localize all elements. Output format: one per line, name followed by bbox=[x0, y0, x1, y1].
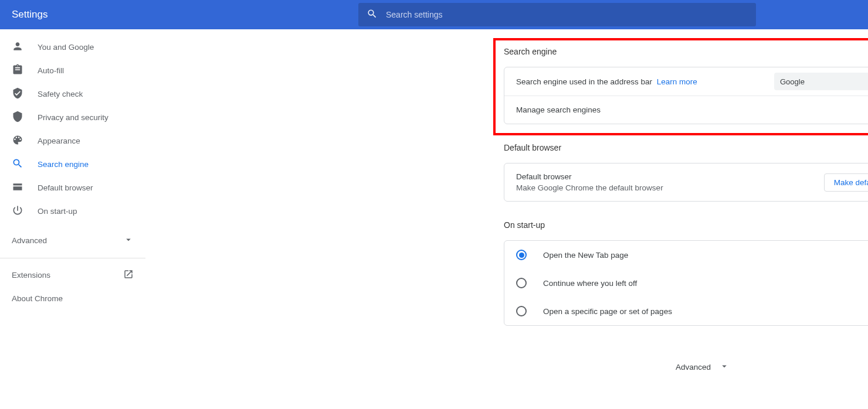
search-engine-card: Search engine used in the address bar Le… bbox=[504, 67, 868, 124]
divider bbox=[0, 258, 145, 258]
radio-icon[interactable] bbox=[516, 250, 527, 260]
extensions-label: Extensions bbox=[12, 271, 50, 280]
clipboard-icon bbox=[12, 64, 23, 77]
power-icon bbox=[12, 205, 23, 218]
default-browser-sublabel: Make Google Chrome the default browser bbox=[516, 183, 663, 192]
sidebar-item-search-engine[interactable]: Search engine bbox=[0, 152, 145, 176]
sidebar-item-label: Default browser bbox=[38, 183, 93, 192]
make-default-button[interactable]: Make default bbox=[824, 173, 868, 192]
advanced-footer-label: Advanced bbox=[676, 363, 711, 371]
sidebar: You and Google Auto-fill Safety check Pr… bbox=[0, 29, 145, 409]
page-title: Settings bbox=[12, 9, 48, 21]
sidebar-item-label: You and Google bbox=[38, 43, 94, 52]
learn-more-link[interactable]: Learn more bbox=[657, 77, 697, 86]
startup-option-new-tab[interactable]: Open the New Tab page bbox=[504, 241, 868, 269]
search-icon bbox=[12, 158, 23, 171]
sidebar-advanced-toggle[interactable]: Advanced bbox=[0, 229, 145, 252]
search-engine-row: Search engine used in the address bar Le… bbox=[504, 67, 868, 96]
startup-option-label: Open a specific page or set of pages bbox=[543, 307, 672, 316]
sidebar-item-label: Search engine bbox=[38, 160, 89, 169]
search-icon bbox=[367, 8, 378, 22]
search-input[interactable] bbox=[386, 10, 748, 19]
sidebar-item-you-and-google[interactable]: You and Google bbox=[0, 35, 145, 59]
search-settings[interactable] bbox=[358, 3, 756, 26]
search-engine-select[interactable]: Google bbox=[774, 73, 868, 90]
chevron-down-icon bbox=[123, 234, 134, 247]
header: Settings bbox=[0, 0, 868, 29]
browser-icon bbox=[12, 181, 23, 195]
sidebar-item-default-browser[interactable]: Default browser bbox=[0, 176, 145, 199]
shield-icon bbox=[12, 111, 23, 124]
chevron-down-icon bbox=[719, 361, 730, 373]
sidebar-item-label: On start-up bbox=[38, 207, 77, 216]
section-title-search-engine: Search engine bbox=[504, 47, 868, 56]
about-label: About Chrome bbox=[12, 294, 63, 303]
search-engine-selected: Google bbox=[780, 77, 805, 86]
sidebar-about-chrome[interactable]: About Chrome bbox=[0, 287, 145, 310]
default-browser-label: Default browser bbox=[516, 172, 663, 181]
sidebar-item-on-startup[interactable]: On start-up bbox=[0, 199, 145, 223]
sidebar-item-label: Auto-fill bbox=[38, 66, 64, 75]
shield-check-icon bbox=[12, 87, 23, 101]
advanced-footer-toggle[interactable]: Advanced bbox=[504, 361, 868, 373]
manage-search-engines-label: Manage search engines bbox=[516, 105, 601, 114]
startup-option-continue[interactable]: Continue where you left off bbox=[504, 269, 868, 297]
sidebar-item-label: Privacy and security bbox=[38, 113, 108, 122]
on-startup-card: Open the New Tab page Continue where you… bbox=[504, 240, 868, 326]
sidebar-extensions[interactable]: Extensions bbox=[0, 263, 145, 287]
startup-option-specific-pages[interactable]: Open a specific page or set of pages bbox=[504, 297, 868, 325]
sidebar-item-appearance[interactable]: Appearance bbox=[0, 129, 145, 152]
content: Search engine Search engine used in the … bbox=[145, 29, 868, 409]
default-browser-row: Default browser Make Google Chrome the d… bbox=[504, 163, 868, 201]
manage-search-engines[interactable]: Manage search engines bbox=[504, 96, 868, 124]
open-in-new-icon bbox=[123, 269, 134, 281]
section-title-default-browser: Default browser bbox=[504, 143, 868, 152]
sidebar-item-privacy[interactable]: Privacy and security bbox=[0, 105, 145, 129]
advanced-label: Advanced bbox=[12, 236, 47, 245]
palette-icon bbox=[12, 134, 23, 148]
sidebar-item-safety-check[interactable]: Safety check bbox=[0, 82, 145, 105]
startup-option-label: Continue where you left off bbox=[543, 279, 637, 288]
radio-icon[interactable] bbox=[516, 306, 527, 316]
startup-option-label: Open the New Tab page bbox=[543, 251, 628, 260]
person-icon bbox=[12, 40, 23, 54]
section-title-on-startup: On start-up bbox=[504, 220, 868, 230]
search-engine-label: Search engine used in the address bar bbox=[516, 77, 652, 86]
default-browser-card: Default browser Make Google Chrome the d… bbox=[504, 163, 868, 202]
sidebar-item-autofill[interactable]: Auto-fill bbox=[0, 59, 145, 82]
sidebar-item-label: Appearance bbox=[38, 137, 80, 145]
radio-icon[interactable] bbox=[516, 278, 527, 288]
sidebar-item-label: Safety check bbox=[38, 90, 83, 98]
